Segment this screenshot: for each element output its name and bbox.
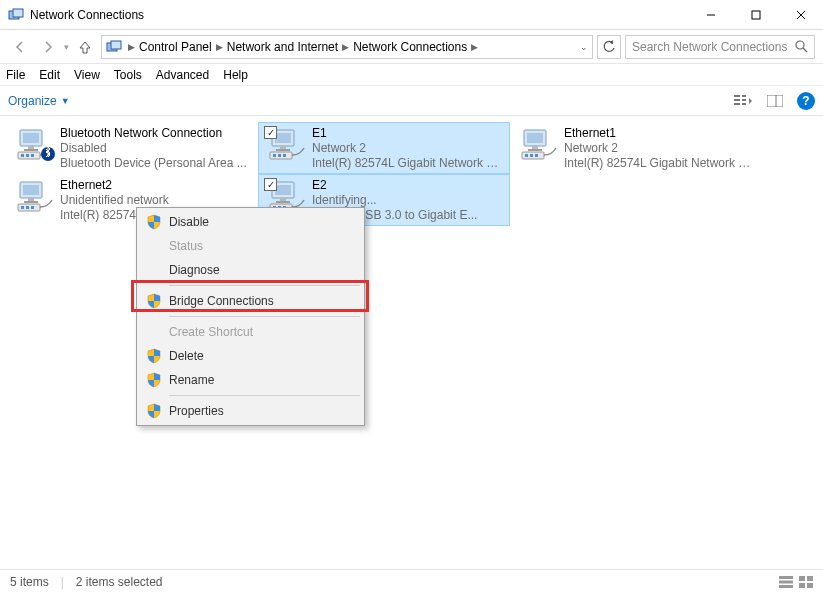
context-menu-item[interactable]: Properties bbox=[139, 399, 362, 423]
connection-status: Network 2 bbox=[312, 141, 504, 156]
context-menu-item: Create Shortcut bbox=[139, 320, 362, 344]
divider: | bbox=[61, 575, 64, 589]
breadcrumb[interactable]: ▶ Control Panel ▶ Network and Internet ▶… bbox=[101, 35, 593, 59]
svg-rect-49 bbox=[26, 206, 29, 209]
connection-icon bbox=[12, 178, 60, 222]
selection-checkbox[interactable]: ✓ bbox=[264, 126, 277, 139]
shield-icon bbox=[146, 403, 162, 419]
svg-rect-42 bbox=[535, 154, 538, 157]
svg-rect-24 bbox=[26, 154, 29, 157]
crumb-control-panel[interactable]: Control Panel bbox=[137, 40, 214, 54]
connections-list: Bluetooth Network ConnectionDisabledBlue… bbox=[6, 122, 817, 226]
svg-rect-44 bbox=[23, 185, 39, 195]
forward-button[interactable] bbox=[36, 35, 60, 59]
connection-info: E1Network 2Intel(R) 82574L Gigabit Netwo… bbox=[312, 126, 504, 171]
separator bbox=[169, 395, 360, 396]
selection-checkbox[interactable]: ✓ bbox=[264, 178, 277, 191]
back-button[interactable] bbox=[8, 35, 32, 59]
context-menu-item[interactable]: Rename bbox=[139, 368, 362, 392]
svg-rect-65 bbox=[807, 583, 813, 588]
menu-help[interactable]: Help bbox=[223, 68, 248, 82]
context-menu-label: Create Shortcut bbox=[169, 325, 253, 339]
statusbar: 5 items | 2 items selected bbox=[0, 569, 823, 593]
connection-device: Bluetooth Device (Personal Area ... bbox=[60, 156, 252, 171]
svg-rect-38 bbox=[528, 149, 542, 151]
context-menu-label: Diagnose bbox=[169, 263, 220, 277]
svg-rect-10 bbox=[734, 95, 740, 97]
refresh-button[interactable] bbox=[597, 35, 621, 59]
context-menu-item[interactable]: Disable bbox=[139, 210, 362, 234]
recent-dropdown[interactable]: ▾ bbox=[64, 42, 69, 52]
minimize-button[interactable] bbox=[688, 0, 733, 29]
svg-rect-28 bbox=[275, 133, 291, 143]
connection-name: E2 bbox=[312, 178, 504, 193]
menu-advanced[interactable]: Advanced bbox=[156, 68, 209, 82]
svg-rect-29 bbox=[280, 146, 286, 149]
svg-rect-34 bbox=[283, 154, 286, 157]
context-menu-label: Disable bbox=[169, 215, 209, 229]
svg-rect-3 bbox=[752, 11, 760, 19]
tiles-view-button[interactable] bbox=[799, 576, 813, 588]
view-options-button[interactable] bbox=[733, 91, 753, 111]
svg-rect-37 bbox=[532, 146, 538, 149]
content-area: Bluetooth Network ConnectionDisabledBlue… bbox=[0, 116, 823, 569]
svg-rect-63 bbox=[807, 576, 813, 581]
connection-icon: ✓ bbox=[264, 126, 312, 170]
connection-device: Intel(R) 82574L Gigabit Network C... bbox=[564, 156, 756, 171]
connection-tile[interactable]: ✓E1Network 2Intel(R) 82574L Gigabit Netw… bbox=[258, 122, 510, 174]
svg-rect-15 bbox=[742, 103, 746, 105]
svg-rect-62 bbox=[799, 576, 805, 581]
shield-icon bbox=[146, 348, 162, 364]
separator bbox=[169, 316, 360, 317]
svg-rect-32 bbox=[273, 154, 276, 157]
context-menu: DisableStatusDiagnoseBridge ConnectionsC… bbox=[136, 207, 365, 426]
chevron-right-icon: ▶ bbox=[340, 42, 351, 52]
connection-name: Bluetooth Network Connection bbox=[60, 126, 252, 141]
maximize-button[interactable] bbox=[733, 0, 778, 29]
connection-tile[interactable]: Ethernet1Network 2Intel(R) 82574L Gigabi… bbox=[510, 122, 762, 174]
svg-rect-40 bbox=[525, 154, 528, 157]
chevron-right-icon: ▶ bbox=[214, 42, 225, 52]
menu-tools[interactable]: Tools bbox=[114, 68, 142, 82]
context-menu-label: Properties bbox=[169, 404, 224, 418]
menu-view[interactable]: View bbox=[74, 68, 100, 82]
shield-icon bbox=[146, 372, 162, 388]
crumb-network-internet[interactable]: Network and Internet bbox=[225, 40, 340, 54]
shield-icon bbox=[146, 214, 162, 230]
svg-rect-14 bbox=[742, 99, 746, 101]
connection-icon bbox=[12, 126, 60, 170]
connection-info: Bluetooth Network ConnectionDisabledBlue… bbox=[60, 126, 252, 171]
menu-file[interactable]: File bbox=[6, 68, 25, 82]
svg-rect-45 bbox=[28, 198, 34, 201]
app-icon bbox=[8, 7, 24, 23]
context-menu-item[interactable]: Diagnose bbox=[139, 258, 362, 282]
svg-rect-12 bbox=[734, 103, 740, 105]
crumb-network-connections[interactable]: Network Connections bbox=[351, 40, 469, 54]
up-button[interactable] bbox=[73, 35, 97, 59]
connection-info: Ethernet1Network 2Intel(R) 82574L Gigabi… bbox=[564, 126, 756, 171]
window-title: Network Connections bbox=[30, 8, 144, 22]
connection-status: Network 2 bbox=[564, 141, 756, 156]
status-item-count: 5 items bbox=[10, 575, 49, 589]
details-view-button[interactable] bbox=[779, 576, 793, 588]
connection-name: Ethernet1 bbox=[564, 126, 756, 141]
svg-rect-1 bbox=[13, 9, 23, 17]
connection-name: E1 bbox=[312, 126, 504, 141]
path-dropdown[interactable]: ⌄ bbox=[580, 42, 588, 52]
connection-device: Intel(R) 82574L Gigabit Network C... bbox=[312, 156, 504, 171]
toolbar: Organize ▼ ? bbox=[0, 86, 823, 116]
connection-tile[interactable]: Bluetooth Network ConnectionDisabledBlue… bbox=[6, 122, 258, 174]
organize-button[interactable]: Organize ▼ bbox=[8, 94, 70, 108]
context-menu-label: Status bbox=[169, 239, 203, 253]
context-menu-item[interactable]: Bridge Connections bbox=[139, 289, 362, 313]
menu-edit[interactable]: Edit bbox=[39, 68, 60, 82]
context-menu-item[interactable]: Delete bbox=[139, 344, 362, 368]
separator bbox=[169, 285, 360, 286]
svg-rect-33 bbox=[278, 154, 281, 157]
svg-rect-20 bbox=[28, 146, 34, 149]
close-button[interactable] bbox=[778, 0, 823, 29]
svg-rect-23 bbox=[21, 154, 24, 157]
help-button[interactable]: ? bbox=[797, 92, 815, 110]
search-input[interactable]: Search Network Connections bbox=[625, 35, 815, 59]
preview-pane-button[interactable] bbox=[765, 91, 785, 111]
